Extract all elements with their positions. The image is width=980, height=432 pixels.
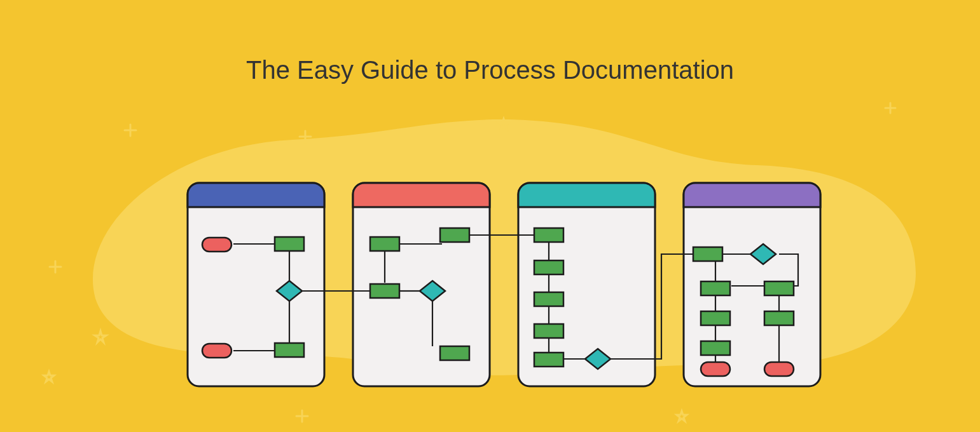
hero-banner: The Easy Guide to Process Documentation [0,0,980,432]
illustration [0,0,980,432]
process [534,292,563,306]
process [534,260,563,274]
process [440,346,469,360]
process [275,343,304,357]
star-icon [677,411,687,421]
star-icon [95,331,106,342]
process [370,237,399,251]
process [275,237,304,251]
plus-icon [885,103,895,113]
process [370,284,399,298]
process [701,311,730,325]
process [440,228,469,242]
terminator [701,362,730,376]
process [701,281,730,295]
process [701,341,730,355]
terminator [202,238,231,252]
process [764,311,794,325]
terminator [764,362,794,376]
terminator [202,344,231,358]
process [534,353,563,367]
process [534,228,563,242]
process [534,324,563,338]
plus-icon [125,125,136,136]
process [693,247,722,261]
plus-icon [50,261,61,273]
star-icon [44,372,54,382]
plus-icon [296,410,308,422]
process [764,281,794,295]
